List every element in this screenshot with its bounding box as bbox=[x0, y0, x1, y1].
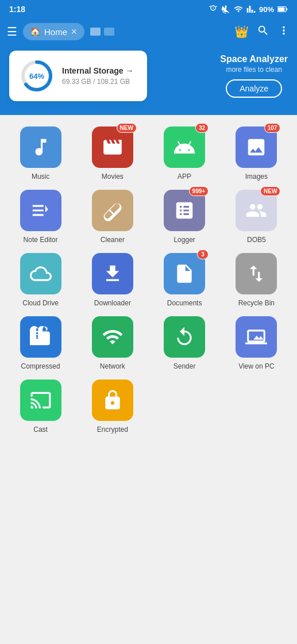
analyze-button[interactable]: Analyze bbox=[226, 79, 282, 98]
app-icon-sender bbox=[164, 316, 205, 358]
app-item-cloud-drive[interactable]: Cloud Drive bbox=[9, 253, 72, 307]
hamburger-button[interactable]: ☰ bbox=[7, 25, 17, 39]
app-label-cleaner: Cleaner bbox=[101, 236, 125, 244]
app-icon-wrapper-images: 107 bbox=[236, 126, 277, 168]
app-label-recycle-bin: Recycle Bin bbox=[238, 299, 275, 307]
app-label-images: Images bbox=[245, 172, 268, 181]
app-icon-documents bbox=[164, 253, 205, 294]
storage-title: Internal Storage bbox=[62, 66, 124, 75]
tab-close-button[interactable]: ✕ bbox=[71, 27, 78, 36]
app-item-sender[interactable]: Sender bbox=[153, 316, 216, 370]
app-icon-encrypted bbox=[92, 379, 133, 421]
app-icon-wrapper-cloud-drive bbox=[20, 253, 61, 294]
app-item-note-editor[interactable]: Note Editor bbox=[9, 190, 72, 244]
app-icon-downloader bbox=[92, 253, 133, 294]
app-icon-wrapper-movies: NEW bbox=[92, 126, 133, 168]
battery-icon bbox=[277, 5, 288, 13]
window-icon-1[interactable] bbox=[90, 28, 101, 36]
app-label-downloader: Downloader bbox=[94, 299, 131, 307]
storage-percent: 64% bbox=[29, 72, 44, 80]
signal-icon bbox=[246, 5, 256, 14]
app-icon-cloud-drive bbox=[20, 253, 61, 294]
app-label-view-on-pc: View on PC bbox=[238, 362, 274, 370]
app-label-dob5: DOB5 bbox=[247, 236, 266, 244]
app-icon-wrapper-view-on-pc bbox=[236, 316, 277, 358]
app-item-compressed[interactable]: Compressed bbox=[9, 316, 72, 370]
app-item-network[interactable]: Network bbox=[81, 316, 144, 370]
app-item-movies[interactable]: NEWMovies bbox=[81, 126, 144, 181]
app-icon-wrapper-dob5: NEW bbox=[236, 190, 277, 231]
apps-section: MusicNEWMovies32APP107ImagesNote EditorC… bbox=[0, 115, 297, 445]
storage-donut: 64% bbox=[20, 59, 54, 93]
crown-icon[interactable]: 👑 bbox=[234, 25, 249, 39]
app-badge-app: 32 bbox=[195, 123, 209, 133]
app-label-movies: Movies bbox=[102, 172, 124, 181]
home-tab[interactable]: 🏠 Home ✕ bbox=[23, 23, 84, 40]
search-icon[interactable] bbox=[257, 24, 269, 40]
app-label-app: APP bbox=[178, 172, 191, 181]
app-item-app[interactable]: 32APP bbox=[153, 126, 216, 181]
status-bar: 1:18 90% bbox=[0, 0, 297, 18]
app-item-cast[interactable]: Cast bbox=[9, 379, 72, 434]
svg-rect-2 bbox=[286, 8, 287, 10]
more-icon[interactable] bbox=[277, 24, 290, 40]
storage-total: 108.21 GB bbox=[97, 78, 130, 86]
app-icon-view-on-pc bbox=[236, 316, 277, 358]
app-icon-wrapper-recycle-bin bbox=[236, 253, 277, 294]
app-label-logger: Logger bbox=[173, 236, 195, 244]
storage-separator: / bbox=[93, 78, 97, 86]
status-time: 1:18 bbox=[9, 5, 25, 14]
storage-card[interactable]: 64% Internal Storage → 69.33 GB / 108.21… bbox=[9, 51, 147, 101]
app-badge-images: 107 bbox=[264, 123, 281, 133]
app-badge-documents: 3 bbox=[197, 250, 209, 259]
app-badge-logger: 999+ bbox=[189, 186, 209, 196]
space-analyzer-subtitle: more files to clean bbox=[220, 66, 288, 74]
nav-action-icons: 👑 bbox=[234, 24, 290, 40]
app-item-recycle-bin[interactable]: Recycle Bin bbox=[225, 253, 288, 307]
app-item-images[interactable]: 107Images bbox=[225, 126, 288, 181]
app-icon-cleaner bbox=[92, 190, 133, 231]
app-badge-movies: NEW bbox=[117, 123, 137, 133]
app-item-logger[interactable]: 999+Logger bbox=[153, 190, 216, 244]
storage-arrow: → bbox=[126, 66, 134, 75]
app-icon-note-editor bbox=[20, 190, 61, 231]
app-icon-wrapper-sender bbox=[164, 316, 205, 358]
app-badge-dob5: NEW bbox=[260, 186, 280, 196]
app-item-cleaner[interactable]: Cleaner bbox=[81, 190, 144, 244]
space-analyzer: Space Analyzer more files to clean Analy… bbox=[220, 54, 288, 98]
app-icon-wrapper-logger: 999+ bbox=[164, 190, 205, 231]
app-label-encrypted: Encrypted bbox=[97, 425, 128, 434]
app-label-sender: Sender bbox=[173, 362, 196, 370]
app-label-network: Network bbox=[100, 362, 125, 370]
app-icon-compressed bbox=[20, 316, 61, 358]
app-item-dob5[interactable]: NEWDOB5 bbox=[225, 190, 288, 244]
app-label-cast: Cast bbox=[33, 425, 48, 434]
home-icon: 🏠 bbox=[30, 26, 41, 37]
status-icons: 90% bbox=[209, 5, 288, 14]
app-item-view-on-pc[interactable]: View on PC bbox=[225, 316, 288, 370]
storage-banner: 64% Internal Storage → 69.33 GB / 108.21… bbox=[0, 45, 297, 115]
app-icon-wrapper-network bbox=[92, 316, 133, 358]
app-icon-wrapper-note-editor bbox=[20, 190, 61, 231]
tab-label: Home bbox=[44, 27, 67, 37]
app-label-note-editor: Note Editor bbox=[24, 236, 58, 244]
app-icon-wrapper-app: 32 bbox=[164, 126, 205, 168]
window-icon-2[interactable] bbox=[104, 28, 114, 36]
app-label-compressed: Compressed bbox=[21, 362, 60, 370]
app-icon-wrapper-cleaner bbox=[92, 190, 133, 231]
app-icon-wrapper-encrypted bbox=[92, 379, 133, 421]
app-item-encrypted[interactable]: Encrypted bbox=[81, 379, 144, 434]
app-icon-wrapper-compressed bbox=[20, 316, 61, 358]
storage-used: 69.33 GB bbox=[62, 78, 91, 86]
svg-rect-1 bbox=[278, 7, 284, 12]
app-label-music: Music bbox=[32, 172, 49, 181]
app-item-music[interactable]: Music bbox=[9, 126, 72, 181]
app-icon-network bbox=[92, 316, 133, 358]
mute-icon bbox=[221, 5, 230, 14]
window-mode-icons bbox=[90, 28, 114, 36]
app-label-documents: Documents bbox=[167, 299, 202, 307]
app-item-documents[interactable]: 3Documents bbox=[153, 253, 216, 307]
app-icon-recycle-bin bbox=[236, 253, 277, 294]
app-item-downloader[interactable]: Downloader bbox=[81, 253, 144, 307]
nav-bar: ☰ 🏠 Home ✕ 👑 bbox=[0, 18, 297, 45]
